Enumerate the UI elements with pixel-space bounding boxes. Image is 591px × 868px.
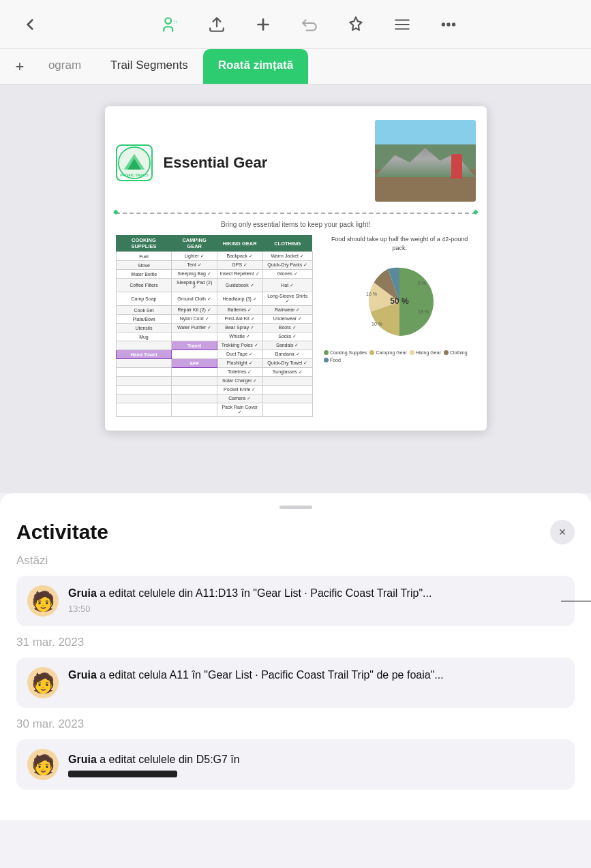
table-cell [172, 350, 217, 359]
collab-icon[interactable] [157, 11, 184, 38]
table-cell: Trekking Poles ✓ [217, 341, 262, 350]
table-cell: Pocket Knife ✓ [217, 386, 262, 394]
table-cell [172, 377, 217, 386]
sheet-chart-area: Food should take up half the weight of a… [324, 235, 476, 417]
table-row: Hand TowelDuct Tape ✓Bandana ✓ [116, 350, 312, 359]
redacted-bar [68, 771, 177, 777]
table-cell: Fuel [116, 252, 172, 261]
svg-point-0 [165, 18, 171, 24]
table-cell: Lighter ✓ [172, 252, 217, 261]
table-cell [172, 394, 217, 403]
table-row: StoveTent ✓GPS ✓Quick-Dry Pants ✓ [116, 261, 312, 270]
table-cell [262, 403, 312, 417]
stamp-icon[interactable] [342, 11, 369, 38]
svg-text:10 %: 10 % [366, 292, 377, 296]
activity-header: Activitate × [16, 520, 575, 544]
pie-legend: Cooking Supplies Camping Gear Hiking Gea… [324, 350, 476, 362]
tab-program[interactable]: ogram [34, 49, 95, 84]
table-row: Camp SoapGround Cloth ✓Headlamp (3) ✓Lon… [116, 292, 312, 306]
table-cell: Camera ✓ [217, 394, 262, 403]
pie-chart-container: 50 % 5 % 19 % 10 % 10 % [324, 264, 476, 339]
table-cell: Mug [116, 332, 172, 341]
activity-card-wrapper-1: 🧑 Gruia a editat celulele din A11:D13 în… [16, 576, 575, 626]
col-header-camping: CAMPING GEAR [172, 235, 217, 252]
col-header-hiking: HIKING GEAR [217, 235, 262, 252]
sheet-table-area: COOKING SUPPLIES CAMPING GEAR HIKING GEA… [116, 235, 313, 417]
table-cell: Tent ✓ [172, 261, 217, 270]
sheet-header: PACIFIC TRAILS Essential Gear [116, 120, 476, 206]
table-cell: Whistle ✓ [217, 332, 262, 341]
table-cell [172, 368, 217, 377]
tab-trail-segments[interactable]: Trail Segments [95, 49, 203, 84]
table-cell: Headlamp (3) ✓ [217, 292, 262, 306]
table-cell: Ground Cloth ✓ [172, 292, 217, 306]
gear-table: COOKING SUPPLIES CAMPING GEAR HIKING GEA… [116, 235, 313, 417]
table-row: Cook SetRepair Kit (2) ✓Batteries ✓Rainw… [116, 306, 312, 315]
table-cell: Underwear ✓ [262, 315, 312, 324]
table-cell [116, 359, 172, 368]
table-cell: GPS ✓ [217, 261, 262, 270]
table-cell [116, 386, 172, 394]
table-cell: Repair Kit (2) ✓ [172, 306, 217, 315]
tab-add-button[interactable]: + [5, 49, 34, 84]
table-cell [116, 403, 172, 417]
activity-card-1[interactable]: 🧑 Gruia a editat celulele din A11:D13 în… [16, 576, 575, 626]
col-header-cooking: COOKING SUPPLIES [116, 235, 172, 252]
svg-text:PACIFIC TRAILS: PACIFIC TRAILS [120, 173, 149, 177]
table-row: Toiletries ✓Sunglasses ✓ [116, 368, 312, 377]
more-icon[interactable] [435, 11, 462, 38]
table-cell: Solar Charger ✓ [217, 377, 262, 386]
table-cell: Toiletries ✓ [217, 368, 262, 377]
tabs-bar: + ogram Trail Segments Roată zimțată [0, 49, 591, 84]
activity-text-1: Gruia a editat celulele din A11:D13 în "… [68, 585, 564, 614]
table-cell: Sandals ✓ [262, 341, 312, 350]
table-cell: Nylon Cord ✓ [172, 315, 217, 324]
user-name-1: Gruia [68, 587, 97, 599]
table-row: Plate/BowlNylon Cord ✓First-Aid Kit ✓Und… [116, 315, 312, 324]
activity-text-2: Gruia a editat celula A11 în "Gear List … [68, 667, 564, 683]
close-button[interactable]: × [550, 520, 575, 544]
table-cell: SPF [172, 359, 217, 368]
table-cell: Sunglasses ✓ [262, 368, 312, 377]
tab-roata-zimtata[interactable]: Roată zimțată [203, 49, 309, 84]
table-cell: Water Purifier ✓ [172, 324, 217, 332]
find-icon[interactable] [389, 11, 416, 38]
activity-action-3: a editat celulele din D5:G7 în [100, 754, 239, 765]
table-cell: Coffee Filters [116, 279, 172, 292]
table-row: FuelLighter ✓Backpack ✓Warm Jacket ✓ [116, 252, 312, 261]
user-name-2: Gruia [68, 669, 97, 681]
table-cell: Batteries ✓ [217, 306, 262, 315]
sheet-body: COOKING SUPPLIES CAMPING GEAR HIKING GEA… [116, 235, 476, 417]
table-cell: Sleeping Bag ✓ [172, 270, 217, 279]
table-cell [172, 332, 217, 341]
share-icon[interactable] [203, 11, 230, 38]
table-cell [172, 403, 217, 417]
activity-card-2[interactable]: 🧑 Gruia a editat celula A11 în "Gear Lis… [16, 657, 575, 708]
table-cell: Guidebook ✓ [217, 279, 262, 292]
drag-handle[interactable] [279, 506, 312, 509]
activity-action-2: a editat celula A11 în "Gear List · Paci… [100, 669, 443, 681]
table-row: MugWhistle ✓Socks ✓ [116, 332, 312, 341]
main-content: PACIFIC TRAILS Essential Gear Bring only… [0, 84, 591, 493]
add-icon[interactable] [249, 11, 277, 38]
undo-icon[interactable] [296, 11, 323, 38]
col-header-clothing: CLOTHING [262, 235, 312, 252]
table-cell: Insect Repellent ✓ [217, 270, 262, 279]
back-button[interactable] [16, 11, 44, 38]
table-cell: Bandana ✓ [262, 350, 312, 359]
activity-text-3: Gruia a editat celulele din D5:G7 în [68, 751, 564, 777]
activity-action-1: a editat celulele din A11:D13 în "Gear L… [100, 587, 431, 599]
sheet-photo [375, 120, 476, 202]
table-cell: Quick-Dry Pants ✓ [262, 261, 312, 270]
svg-point-9 [452, 23, 454, 25]
activity-title: Activitate [16, 521, 108, 544]
activity-card-3[interactable]: 🧑 Gruia a editat celulele din D5:G7 în [16, 739, 575, 790]
activity-panel: Activitate × Astăzi 🧑 Gruia a editat cel… [0, 493, 591, 820]
table-cell: Travel [172, 341, 217, 350]
sheet-preview: PACIFIC TRAILS Essential Gear Bring only… [105, 106, 487, 431]
table-row: Camera ✓ [116, 394, 312, 403]
sheet-logo: PACIFIC TRAILS [116, 144, 153, 181]
table-cell: Cook Set [116, 306, 172, 315]
table-cell: Duct Tape ✓ [217, 350, 262, 359]
table-cell: Gloves ✓ [262, 270, 312, 279]
